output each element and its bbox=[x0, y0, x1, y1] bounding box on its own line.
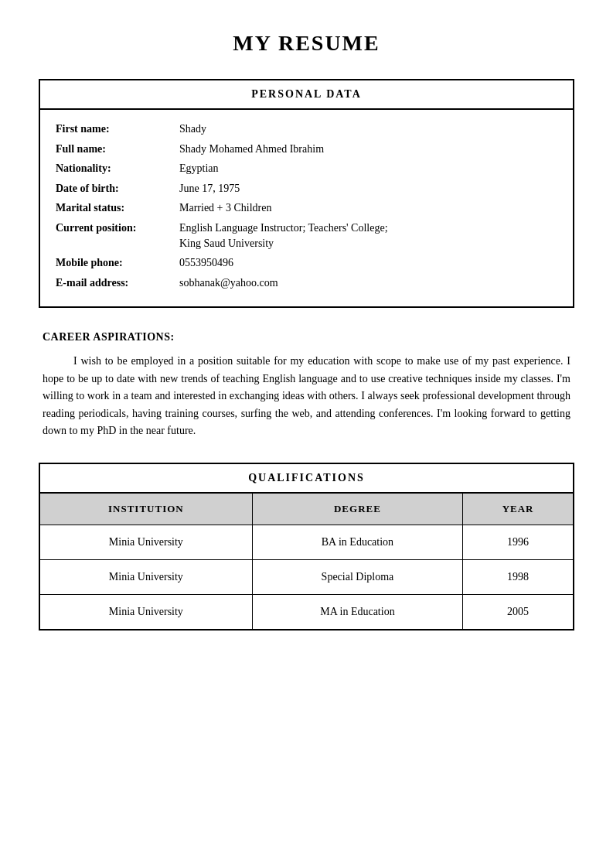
institution-1: Minia University bbox=[40, 525, 252, 560]
value-marital: Married + 3 Children bbox=[179, 200, 557, 216]
personal-data-section: PERSONAL DATA First name: Shady Full nam… bbox=[39, 79, 574, 308]
label-fullname: Full name: bbox=[56, 142, 179, 157]
row-fullname: Full name: Shady Mohamed Ahmed Ibrahim bbox=[56, 142, 557, 157]
qualifications-section: QUALIFICATIONS INSTITUTION DEGREE YEAR M… bbox=[39, 463, 574, 630]
degree-3: MA in Education bbox=[252, 595, 462, 630]
value-dob: June 17, 1975 bbox=[179, 181, 557, 196]
table-header-row: INSTITUTION DEGREE YEAR bbox=[40, 494, 573, 525]
label-mobile: Mobile phone: bbox=[56, 255, 179, 271]
label-marital: Marital status: bbox=[56, 200, 179, 216]
qualifications-header: QUALIFICATIONS bbox=[40, 464, 573, 494]
row-marital: Marital status: Married + 3 Children bbox=[56, 200, 557, 216]
row-dob: Date of birth: June 17, 1975 bbox=[56, 181, 557, 196]
label-nationality: Nationality: bbox=[56, 161, 179, 176]
degree-1: BA in Education bbox=[252, 525, 462, 560]
row-mobile: Mobile phone: 0553950496 bbox=[56, 255, 557, 271]
table-row: Minia University BA in Education 1996 bbox=[40, 525, 573, 560]
institution-3: Minia University bbox=[40, 595, 252, 630]
page-title: MY RESUME bbox=[39, 31, 574, 56]
row-position: Current position: English Language Instr… bbox=[56, 220, 557, 251]
value-mobile: 0553950496 bbox=[179, 255, 557, 271]
year-2: 1998 bbox=[463, 560, 573, 595]
label-email: E-mail address: bbox=[56, 275, 179, 291]
col-degree: DEGREE bbox=[252, 494, 462, 525]
value-email: sobhanak@yahoo.com bbox=[179, 275, 557, 291]
year-3: 2005 bbox=[463, 595, 573, 630]
col-year: YEAR bbox=[463, 494, 573, 525]
label-firstname: First name: bbox=[56, 121, 179, 137]
value-fullname: Shady Mohamed Ahmed Ibrahim bbox=[179, 142, 557, 157]
value-firstname: Shady bbox=[179, 121, 557, 137]
qualifications-table: INSTITUTION DEGREE YEAR Minia University… bbox=[40, 494, 573, 629]
label-position: Current position: bbox=[56, 220, 179, 236]
career-title: CAREER ASPIRATIONS: bbox=[43, 331, 570, 343]
col-institution: INSTITUTION bbox=[40, 494, 252, 525]
career-text: I wish to be employed in a position suit… bbox=[43, 353, 570, 439]
label-dob: Date of birth: bbox=[56, 181, 179, 196]
year-1: 1996 bbox=[463, 525, 573, 560]
personal-data-header: PERSONAL DATA bbox=[40, 80, 573, 110]
value-nationality: Egyptian bbox=[179, 161, 557, 176]
degree-2: Special Diploma bbox=[252, 560, 462, 595]
career-section: CAREER ASPIRATIONS: I wish to be employe… bbox=[39, 331, 574, 439]
value-position: English Language Instructor; Teachers' C… bbox=[179, 220, 557, 251]
row-firstname: First name: Shady bbox=[56, 121, 557, 137]
row-email: E-mail address: sobhanak@yahoo.com bbox=[56, 275, 557, 291]
institution-2: Minia University bbox=[40, 560, 252, 595]
personal-data-content: First name: Shady Full name: Shady Moham… bbox=[40, 110, 573, 306]
table-row: Minia University MA in Education 2005 bbox=[40, 595, 573, 630]
table-row: Minia University Special Diploma 1998 bbox=[40, 560, 573, 595]
row-nationality: Nationality: Egyptian bbox=[56, 161, 557, 176]
